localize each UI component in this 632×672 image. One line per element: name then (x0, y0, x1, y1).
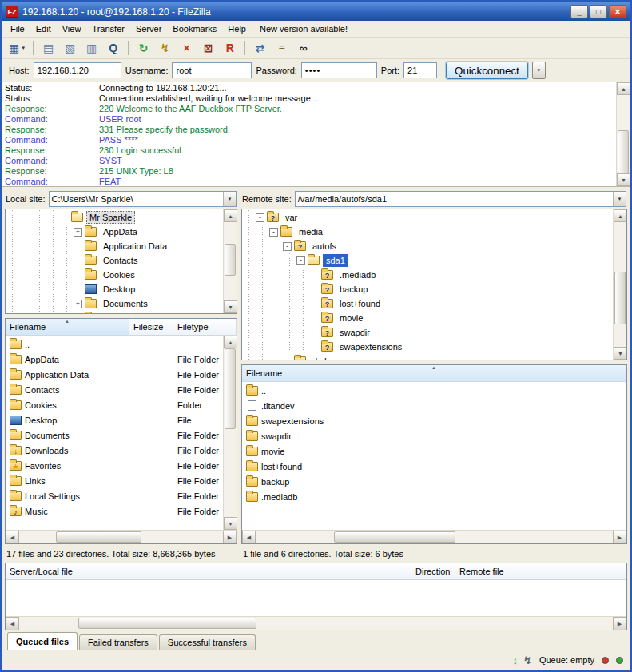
tree-expander[interactable]: + (74, 300, 82, 308)
site-manager-button[interactable]: ▦▼ (6, 39, 28, 57)
column-header-server-local-file[interactable]: Server/Local file (6, 563, 411, 579)
queue-hscrollbar[interactable] (6, 616, 626, 630)
scroll-down-button[interactable] (614, 347, 627, 360)
file-row-lost-found[interactable]: lost+found (242, 459, 626, 474)
scrollbar-thumb[interactable] (225, 244, 236, 275)
scroll-left-button[interactable] (242, 531, 256, 544)
host-input[interactable] (34, 62, 121, 78)
menu-help[interactable]: Help (222, 22, 252, 36)
tree-item-mr-sparkle[interactable]: Mr Sparkle (6, 210, 223, 225)
local-site-combo[interactable]: C:\Users\Mr Sparkle\ (49, 191, 237, 207)
column-header-filename[interactable]: Filename (242, 365, 626, 381)
remote-site-dropdown-button[interactable] (613, 192, 626, 206)
file-row-favorites[interactable]: FavoritesFile Folder (6, 458, 223, 473)
tree-item-documents[interactable]: +Documents (6, 296, 223, 311)
port-input[interactable] (403, 62, 437, 78)
file-row-mediadb[interactable]: .mediadb (242, 489, 626, 504)
local-tree-button[interactable]: ▧ (60, 39, 80, 57)
speed-limits-icon[interactable]: ↕ (513, 655, 519, 666)
scroll-down-button[interactable] (224, 300, 237, 313)
tree-item-movie[interactable]: movie (242, 311, 613, 325)
scroll-down-button[interactable] (617, 173, 630, 186)
socket-activity-icon[interactable]: ↯ (523, 655, 532, 666)
queue-view-button[interactable]: Q (103, 39, 123, 57)
find-button[interactable]: ∞ (293, 39, 313, 57)
tree-item-lost-found[interactable]: lost+found (242, 296, 613, 311)
column-header-filename[interactable]: Filename (6, 319, 129, 335)
scroll-right-button[interactable] (613, 531, 626, 544)
menu-edit[interactable]: Edit (30, 22, 57, 36)
local-list-hscrollbar[interactable] (6, 530, 237, 543)
tree-item-application-data[interactable]: Application Data (6, 239, 223, 253)
tree-item-dvd[interactable]: dvd (242, 354, 613, 360)
file-row-music[interactable]: MusicFile Folder (6, 503, 223, 519)
tree-item-backup[interactable]: backup (242, 282, 613, 296)
file-row-swapextensions[interactable]: swapextensions (242, 413, 626, 428)
menu-view[interactable]: View (57, 22, 87, 36)
password-input[interactable] (301, 62, 377, 78)
local-tree-scrollbar[interactable] (223, 209, 237, 313)
file-row-local-settings[interactable]: Local SettingsFile Folder (6, 488, 223, 503)
menu-bookmarks[interactable]: Bookmarks (167, 22, 222, 36)
file-row-application-data[interactable]: Application DataFile Folder (6, 367, 223, 382)
column-header-filesize[interactable]: Filesize (129, 319, 173, 335)
quickconnect-button[interactable]: Quickconnect (446, 62, 528, 79)
scrollbar-thumb[interactable] (334, 531, 455, 543)
message-log-button[interactable]: ▤ (38, 39, 58, 57)
scrollbar-track[interactable] (617, 95, 630, 173)
file-row-contacts[interactable]: ContactsFile Folder (6, 382, 223, 397)
tree-expander[interactable]: - (269, 228, 278, 237)
scroll-up-button[interactable] (224, 209, 237, 222)
username-input[interactable] (172, 62, 252, 78)
file-row-up[interactable]: .. (242, 383, 626, 398)
log-scrollbar[interactable] (616, 82, 630, 186)
remote-tree-scrollbar[interactable] (613, 209, 626, 360)
refresh-button[interactable]: ↻ (133, 39, 153, 57)
scrollbar-track[interactable] (224, 222, 237, 300)
process-queue-button[interactable]: ↯ (155, 39, 175, 57)
tree-expander[interactable]: + (74, 228, 82, 237)
cancel-button[interactable]: × (177, 39, 197, 57)
tree-item-desktop[interactable]: Desktop (6, 282, 223, 296)
local-site-dropdown-button[interactable] (223, 192, 236, 206)
dropdown-arrow-icon[interactable]: ▼ (21, 46, 26, 50)
file-row-cookies[interactable]: CookiesFolder (6, 397, 223, 412)
tree-item-contacts[interactable]: Contacts (6, 253, 223, 268)
scrollbar-thumb[interactable] (618, 130, 629, 173)
reconnect-button[interactable]: R (220, 39, 240, 57)
tree-item-sda1[interactable]: -sda1 (242, 253, 613, 268)
tab-failed-transfers[interactable]: Failed transfers (79, 634, 157, 650)
tree-item-media[interactable]: -media (242, 225, 613, 239)
remote-tree-button[interactable]: ▥ (81, 39, 101, 57)
scrollbar-track[interactable] (224, 348, 237, 517)
scroll-up-button[interactable] (617, 82, 630, 95)
column-header-filetype[interactable]: Filetype (173, 319, 237, 335)
tree-expander[interactable]: - (283, 242, 292, 251)
scroll-right-button[interactable] (223, 531, 237, 544)
file-row-swapdir[interactable]: swapdir (242, 428, 626, 443)
tree-item-mediadb[interactable]: .mediadb (242, 268, 613, 282)
remote-site-combo[interactable]: /var/media/autofs/sda1 (295, 191, 626, 207)
file-row-documents[interactable]: DocumentsFile Folder (6, 427, 223, 443)
tree-item-var[interactable]: -var (242, 210, 613, 225)
tab-queued-files[interactable]: Queued files (7, 632, 78, 650)
scrollbar-track[interactable] (19, 617, 613, 630)
queue-body[interactable] (6, 580, 626, 616)
menu-transfer[interactable]: Transfer (86, 22, 130, 36)
scroll-left-button[interactable] (6, 531, 19, 544)
column-header-direction[interactable]: Direction (411, 563, 455, 579)
sync-browse-button[interactable]: ≡ (272, 39, 292, 57)
local-list-scrollbar[interactable] (223, 336, 237, 530)
quickconnect-dropdown-button[interactable] (532, 62, 546, 79)
tree-item-swapextensions[interactable]: swapextensions (242, 340, 613, 354)
minimize-button[interactable]: _ (570, 5, 588, 18)
file-row-desktop[interactable]: DesktopFile (6, 412, 223, 427)
file-row-up[interactable]: .. (6, 336, 223, 352)
menu-server[interactable]: Server (130, 22, 167, 36)
compare-button[interactable]: ⇄ (250, 39, 270, 57)
scroll-down-button[interactable] (224, 517, 237, 530)
title-bar[interactable]: FZ 192.168.1.20 - root@192.168.1.20 - Fi… (2, 2, 630, 21)
column-header-remote-file[interactable]: Remote file (455, 563, 626, 579)
maximize-button[interactable]: □ (590, 5, 607, 18)
remote-list-hscrollbar[interactable] (242, 530, 626, 543)
